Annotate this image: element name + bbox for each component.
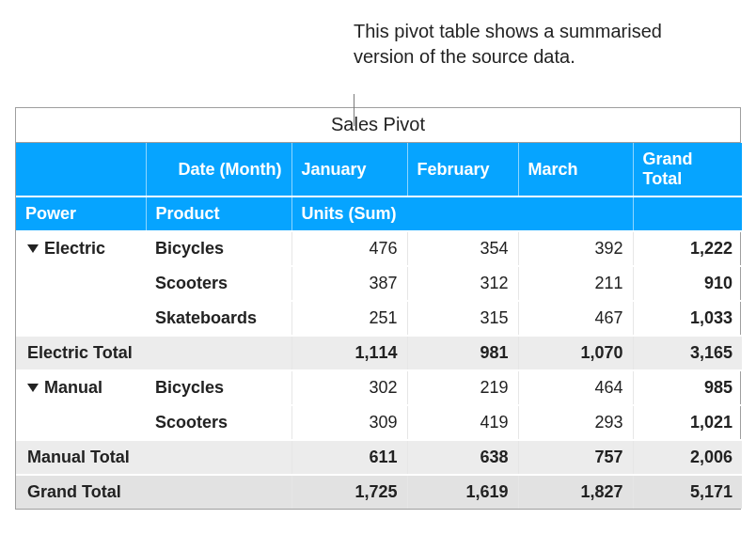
grand-total-total: 5,171 [633,475,742,509]
header-gt-blank [633,196,742,231]
cell-value: 354 [407,231,518,266]
group-spacer [16,301,146,336]
header-blank [16,143,146,196]
cell-value: 309 [291,405,407,440]
header-march: March [518,143,633,196]
product-label: Scooters [146,405,291,440]
row-total: 910 [633,266,742,301]
subtotal-row-electric: Electric Total 1,114 981 1,070 3,165 [16,336,742,370]
cell-value: 219 [407,370,518,405]
product-label: Skateboards [146,301,291,336]
grand-total-value: 1,619 [407,475,518,509]
group-toggle-manual[interactable]: Manual [16,370,146,405]
cell-value: 476 [291,231,407,266]
grand-total-label: Grand Total [16,475,291,509]
header-row-months: Date (Month) January February March Gran… [16,143,742,196]
subtotal-total: 3,165 [633,336,742,370]
product-label: Bicycles [146,370,291,405]
cell-value: 467 [518,301,633,336]
table-row: Scooters 309 419 293 1,021 [16,405,742,440]
subtotal-label: Manual Total [16,440,291,475]
subtotal-value: 1,114 [291,336,407,370]
product-label: Bicycles [146,231,291,266]
product-label: Scooters [146,266,291,301]
group-toggle-electric[interactable]: Electric [16,231,146,266]
subtotal-value: 981 [407,336,518,370]
disclosure-triangle-icon [27,244,39,253]
cell-value: 302 [291,370,407,405]
cell-value: 293 [518,405,633,440]
cell-value: 464 [518,370,633,405]
group-spacer [16,405,146,440]
cell-value: 211 [518,266,633,301]
table-row: Manual Bicycles 302 219 464 985 [16,370,742,405]
header-date-month: Date (Month) [146,143,291,196]
row-total: 985 [633,370,742,405]
group-spacer [16,266,146,301]
cell-value: 312 [407,266,518,301]
cell-value: 251 [291,301,407,336]
header-grand-total: Grand Total [633,143,742,196]
grand-total-row: Grand Total 1,725 1,619 1,827 5,171 [16,475,742,509]
subtotal-value: 1,070 [518,336,633,370]
table-row: Scooters 387 312 211 910 [16,266,742,301]
cell-value: 315 [407,301,518,336]
cell-value: 392 [518,231,633,266]
header-february: February [407,143,518,196]
row-total: 1,033 [633,301,742,336]
cell-value: 387 [291,266,407,301]
header-units-sum: Units (Sum) [291,196,633,231]
subtotal-row-manual: Manual Total 611 638 757 2,006 [16,440,742,475]
callout-text: This pivot table shows a summarised vers… [354,19,683,70]
row-total: 1,021 [633,405,742,440]
grand-total-value: 1,725 [291,475,407,509]
header-january: January [291,143,407,196]
table-row: Electric Bicycles 476 354 392 1,222 [16,231,742,266]
subtotal-total: 2,006 [633,440,742,475]
subtotal-label: Electric Total [16,336,291,370]
subtotal-value: 638 [407,440,518,475]
pivot-table: Sales Pivot Date (Month) January Februar… [15,107,741,510]
group-label: Manual [44,378,102,397]
table-title: Sales Pivot [16,108,740,143]
subtotal-value: 757 [518,440,633,475]
header-row-fields: Power Product Units (Sum) [16,196,742,231]
header-product: Product [146,196,291,231]
disclosure-triangle-icon [27,384,39,392]
grand-total-value: 1,827 [518,475,633,509]
callout-leader-line [354,94,354,126]
row-total: 1,222 [633,231,742,266]
cell-value: 419 [407,405,518,440]
header-power: Power [16,196,146,231]
group-label: Electric [44,239,105,258]
subtotal-value: 611 [291,440,407,475]
table-row: Skateboards 251 315 467 1,033 [16,301,742,336]
